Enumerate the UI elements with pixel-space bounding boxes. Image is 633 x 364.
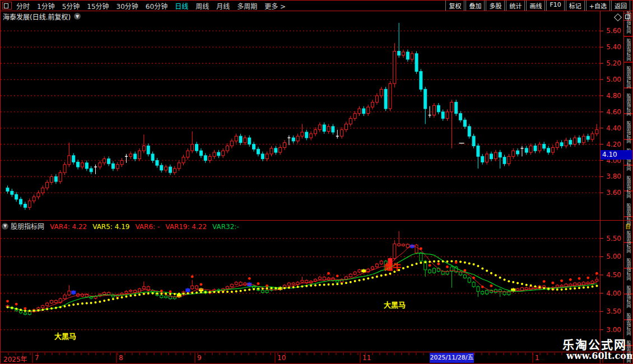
sub-ma-yellow-dot — [565, 288, 567, 290]
sub-ma-yellow-dot — [134, 294, 136, 296]
sub-candle — [54, 301, 57, 303]
candle-up — [50, 176, 53, 182]
sub-ma-yellow-dot — [380, 274, 383, 277]
candle-down — [217, 152, 220, 156]
indicator-var: VAR32:- — [212, 223, 239, 231]
sub-candle — [160, 296, 163, 298]
chevron-down-icon[interactable]: ▼ — [74, 13, 81, 20]
period-menu: 分时1分钟5分钟15分钟30分钟60分钟日线周线月线多周期更多 > — [16, 1, 293, 11]
candle-down — [274, 148, 277, 152]
x-axis-year-label: 2025年 — [3, 354, 27, 363]
sub-signal-red-dot — [472, 277, 475, 279]
sub-signal-red-dot — [429, 264, 431, 267]
sub-ma-yellow-dot — [516, 282, 519, 284]
toolbar-button-画线[interactable]: 画线 — [526, 0, 545, 11]
layout-icon[interactable] — [623, 13, 631, 21]
sub-ma-yellow-dot — [86, 302, 88, 304]
period-tab-5分钟[interactable]: 5分钟 — [62, 1, 80, 11]
candle-down — [72, 156, 75, 162]
candle-up — [165, 167, 167, 170]
watermark-site-name: 乐淘公式网 — [562, 335, 627, 352]
toolbar-button-叠加[interactable]: 叠加 — [466, 0, 485, 11]
sub-ma-yellow-dot — [112, 298, 114, 300]
sub-ma-yellow-dot — [231, 291, 233, 293]
period-tab-月线[interactable]: 月线 — [216, 1, 230, 11]
chevron-down-circle-icon[interactable]: ▼ — [2, 223, 8, 230]
sub-ma-yellow-dot — [200, 291, 202, 293]
indicator-header: ▼ 股朋指标网 VAR4: 4.22VAR5: 4.19VAR6: -VAR19… — [2, 221, 239, 231]
candle-down — [20, 199, 22, 204]
sub-candle — [24, 313, 26, 315]
sub-candle — [595, 279, 598, 281]
candle-down — [424, 89, 427, 109]
candle-down — [525, 148, 528, 152]
sub-ma-yellow-dot — [477, 265, 479, 267]
period-tab-30分钟[interactable]: 30分钟 — [117, 1, 138, 11]
strip-highlight-char: 自 — [625, 222, 631, 230]
right-vertical-watermark-strip: 股朋指标网 股朋指标网 股朋指标网 股朋指标网 股朋指标网 股朋指标网 股朋指标… — [624, 11, 632, 363]
y-axis-label: 3.80 — [606, 172, 621, 180]
period-tab-60分钟[interactable]: 60分钟 — [146, 1, 167, 11]
chart-annotation: — — [459, 140, 464, 146]
period-tab-15分钟[interactable]: 15分钟 — [87, 1, 109, 11]
toolbar-button-返回[interactable]: 返回 — [611, 0, 630, 11]
indicator-source-name[interactable]: 股朋指标网 — [11, 221, 44, 231]
period-tab-周线[interactable]: 周线 — [196, 1, 209, 11]
sub-ma-yellow-dot — [543, 287, 545, 290]
candle-up — [173, 169, 176, 172]
sub-ma-yellow-dot — [328, 283, 330, 286]
sub-ma-yellow-dot — [217, 291, 220, 293]
candle-up — [283, 143, 286, 148]
toolbar-button-F10[interactable]: F10 — [546, 0, 564, 11]
period-tab-日线[interactable]: 日线 — [175, 1, 188, 11]
sub-ma-yellow-dot — [464, 262, 466, 264]
sub-candle — [196, 286, 198, 289]
window-split-icon[interactable] — [2, 2, 12, 10]
sub-ma-yellow-dot — [420, 262, 422, 264]
candle-up — [486, 154, 488, 162]
sub-candle — [402, 244, 405, 246]
period-tab-1分钟[interactable]: 1分钟 — [37, 1, 55, 11]
candle-up — [68, 156, 71, 165]
sub-candle — [429, 270, 431, 273]
chart-canvas[interactable]: 5.605.405.205.004.804.604.404.204.003.80… — [1, 1, 633, 364]
candle-up — [402, 52, 405, 55]
sub-candle — [468, 278, 471, 282]
period-tab-分时[interactable]: 分时 — [16, 1, 30, 11]
toolbar-button-多股[interactable]: 多股 — [486, 0, 505, 11]
candle-down — [499, 152, 501, 157]
sub-ma-yellow-dot — [499, 277, 501, 279]
sub-candle — [103, 292, 106, 294]
candle-up — [574, 138, 576, 144]
stock-title: 海泰发展(日线.前复权) — [3, 12, 71, 21]
candle-down — [305, 132, 308, 138]
y-axis-label: 4.60 — [606, 108, 621, 116]
candle-down — [516, 151, 519, 154]
toolbar-button-标记[interactable]: 标记 — [566, 0, 585, 11]
sub-candle — [516, 289, 519, 291]
sub-candle — [239, 282, 242, 285]
sub-ma-yellow-dot — [15, 307, 17, 310]
sub-candle — [235, 282, 238, 284]
plot-axis-border — [600, 11, 601, 363]
sub-candle — [125, 291, 128, 293]
candle-up — [129, 154, 132, 156]
candle-up — [314, 130, 317, 134]
toolbar-button-+自选[interactable]: +自选 — [586, 0, 610, 11]
period-tab-更多 >[interactable]: 更多 > — [264, 1, 286, 11]
candle-down — [459, 114, 462, 120]
x-axis-month-label: 7 — [35, 354, 39, 362]
sub-ma-yellow-dot — [332, 283, 334, 286]
sub-candle — [318, 277, 321, 279]
candle-up — [341, 130, 343, 137]
candle-up — [37, 193, 40, 197]
y-axis-label: 5.20 — [606, 59, 621, 67]
toolbar-button-统计[interactable]: 统计 — [506, 0, 525, 11]
sub-candle — [520, 288, 523, 291]
sub-signal-red-dot — [481, 286, 484, 288]
toolbar-button-复权[interactable]: 复权 — [445, 0, 464, 11]
period-tab-多周期[interactable]: 多周期 — [237, 1, 257, 11]
candle-down — [481, 156, 484, 162]
sub-ma-yellow-dot — [345, 282, 347, 284]
candle-down — [398, 51, 401, 55]
